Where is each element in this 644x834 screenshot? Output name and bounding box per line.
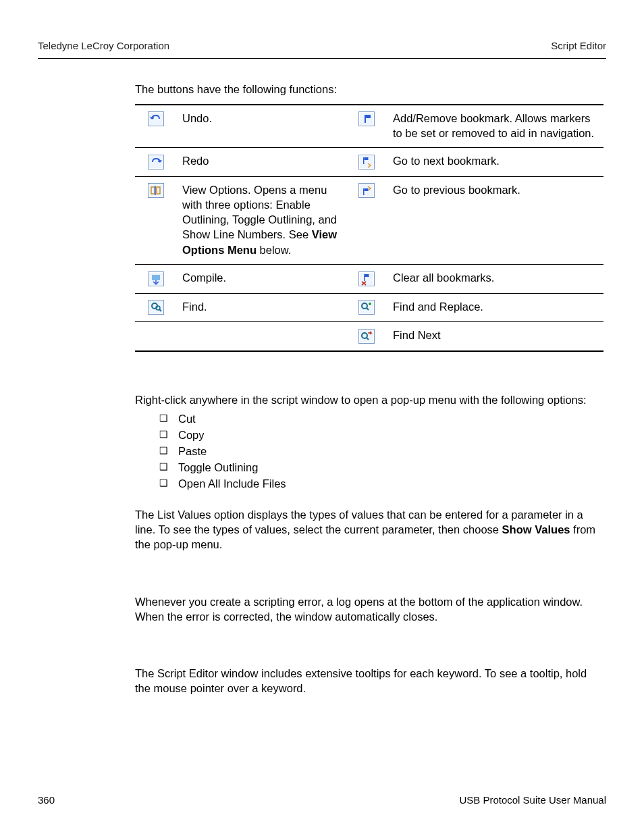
button-functions-table: Undo. Add/Remove bookmark. Allows marker… (135, 104, 603, 352)
find-replace-icon (358, 300, 375, 315)
bookmark-clear-icon (358, 271, 375, 286)
table-intro: The buttons have the following functions… (135, 82, 603, 97)
svg-line-13 (367, 308, 369, 310)
list-item: Paste (159, 444, 603, 460)
header-company: Teledyne LeCroy Corporation (38, 39, 169, 53)
table-row: Find Next (135, 322, 603, 351)
table-row: Undo. Add/Remove bookmark. Allows marker… (135, 105, 603, 148)
header-section: Script Editor (551, 39, 606, 53)
popup-options-list: Cut Copy Paste Toggle Outlining Open All… (159, 411, 603, 492)
cell-desc (177, 322, 346, 351)
table-row: Compile. Clear all bookmarks. (135, 265, 603, 294)
error-log-paragraph: Whenever you create a scripting error, a… (135, 594, 603, 625)
cell-desc: Go to previous bookmark. (387, 176, 603, 264)
svg-line-15 (367, 338, 369, 340)
compile-icon (148, 271, 164, 286)
bookmark-next-icon (358, 155, 375, 170)
list-item: Toggle Outlining (159, 460, 603, 476)
table-row: Find. Find and Replace. (135, 293, 603, 322)
svg-point-14 (362, 333, 367, 338)
list-item: Cut (159, 411, 603, 427)
cell-desc: Add/Remove bookmark. Allows markers to b… (387, 105, 603, 148)
cell-desc: Undo. (177, 105, 346, 148)
svg-line-11 (159, 309, 161, 311)
page-number: 360 (38, 793, 55, 807)
table-row: View Options. Opens a menu with three op… (135, 176, 603, 264)
manual-title: USB Protocol Suite User Manual (459, 793, 606, 807)
cell-desc: Compile. (177, 265, 346, 294)
popup-intro-paragraph: Right-click anywhere in the script windo… (135, 392, 603, 407)
page-header: Teledyne LeCroy Corporation Script Edito… (38, 39, 606, 53)
cell-desc: Find Next (387, 322, 603, 351)
svg-rect-0 (365, 115, 366, 123)
find-icon (148, 300, 164, 315)
page-footer: 360 USB Protocol Suite User Manual (38, 793, 606, 807)
svg-rect-3 (157, 187, 160, 194)
bookmark-prev-icon (358, 183, 375, 198)
cell-desc: Redo (177, 148, 346, 177)
list-item: Copy (159, 427, 603, 444)
header-divider (38, 58, 606, 59)
cell-desc: Clear all bookmarks. (387, 265, 603, 294)
bookmark-toggle-icon (358, 111, 375, 126)
list-item: Open All Include Files (159, 476, 603, 492)
svg-rect-2 (151, 187, 155, 194)
view-options-icon (148, 183, 164, 198)
find-next-icon (358, 329, 375, 344)
svg-rect-6 (152, 275, 160, 280)
cell-desc: View Options. Opens a menu with three op… (177, 176, 346, 264)
undo-icon (148, 111, 164, 126)
cell-desc: Go to next bookmark. (387, 148, 603, 177)
redo-icon (148, 155, 164, 170)
list-values-paragraph: The List Values option displays the type… (135, 507, 603, 552)
svg-point-12 (362, 303, 367, 309)
svg-rect-1 (363, 157, 365, 164)
svg-rect-5 (363, 188, 365, 195)
svg-rect-8 (364, 274, 365, 281)
cell-desc: Find. (177, 293, 346, 322)
tooltips-paragraph: The Script Editor window includes extens… (135, 666, 603, 696)
cell-desc: Find and Replace. (387, 293, 603, 322)
table-row: Redo Go to next bookmark. (135, 148, 603, 177)
